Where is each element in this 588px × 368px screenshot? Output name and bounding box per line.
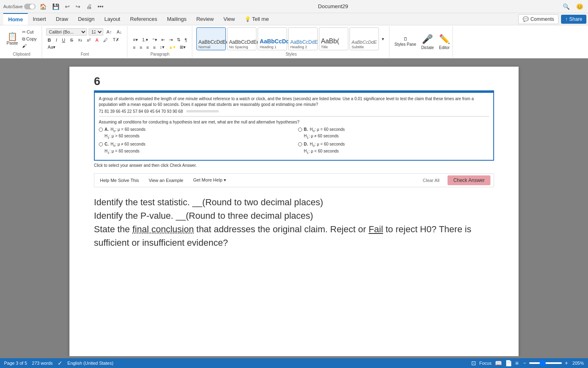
- bullets-button[interactable]: ≡▾: [131, 37, 140, 43]
- decrease-indent-button[interactable]: ⇤: [160, 37, 167, 43]
- radio-b[interactable]: [298, 128, 302, 132]
- option-b: B. H0: μ = 60 secondsH1: μ ≠ 60 seconds: [298, 127, 489, 140]
- tab-design[interactable]: Design: [73, 13, 99, 25]
- autosave-toggle[interactable]: [24, 4, 36, 9]
- font-label: Font: [81, 52, 89, 56]
- radio-a[interactable]: [99, 128, 103, 132]
- format-painter-button[interactable]: 🖌: [20, 43, 38, 49]
- align-left-button[interactable]: ≡: [131, 44, 137, 50]
- paste-button[interactable]: 📋 Paste: [5, 27, 20, 50]
- share-icon: ↑: [565, 16, 568, 22]
- tab-insert[interactable]: Insert: [28, 13, 51, 25]
- question-box: A group of students estimated the length…: [94, 90, 494, 161]
- help-me-button[interactable]: Help Me Solve This: [98, 176, 141, 184]
- increase-font-button[interactable]: A↑: [105, 29, 114, 35]
- strikethrough-button[interactable]: S: [69, 37, 75, 43]
- editor-button[interactable]: ✏️ Editor: [437, 30, 452, 53]
- numbering-button[interactable]: 1.▾: [140, 37, 150, 43]
- font-color-button[interactable]: A: [94, 37, 100, 43]
- scroll-bar[interactable]: [186, 110, 219, 112]
- data-row: 71 81 39 66 45 22 57 84 69 45 64 70 93 9…: [99, 109, 489, 114]
- radio-d[interactable]: [298, 142, 302, 146]
- view-example-button[interactable]: View an Example: [146, 176, 186, 184]
- dictate-button[interactable]: 🎤 Dictate: [419, 30, 436, 53]
- zoom-slider[interactable]: [529, 362, 562, 364]
- copy-button[interactable]: ⧉Copy: [20, 36, 38, 42]
- tab-review[interactable]: Review: [192, 13, 219, 25]
- share-button[interactable]: ↑ Share: [561, 15, 586, 24]
- show-para-button[interactable]: ¶: [183, 37, 189, 43]
- decrease-font-button[interactable]: A↓: [115, 29, 124, 35]
- tab-references[interactable]: References: [125, 13, 162, 25]
- justify-button[interactable]: ≡: [151, 44, 157, 50]
- line3: State the final conclusion that addresse…: [94, 222, 494, 249]
- tab-layout[interactable]: Layout: [99, 13, 125, 25]
- style-no-spacing[interactable]: AaBbCcDdEe No Spacing: [227, 27, 256, 50]
- subscript-button[interactable]: x₂: [76, 37, 84, 43]
- comment-icon: 💬: [523, 16, 529, 22]
- radio-c[interactable]: [99, 142, 103, 146]
- tab-home[interactable]: Home: [3, 13, 28, 25]
- italic-button[interactable]: I: [54, 37, 59, 43]
- proofing-icon[interactable]: ✓: [58, 360, 62, 366]
- tab-draw[interactable]: Draw: [51, 13, 73, 25]
- print-icon[interactable]: 🖨: [85, 2, 94, 11]
- status-left: Page 3 of 5 273 words ✓ English (United …: [4, 360, 114, 366]
- style-heading1[interactable]: AaBbCcDd Heading 1: [258, 27, 287, 50]
- print-layout-icon[interactable]: 📄: [505, 360, 512, 366]
- case-button[interactable]: Aa▾: [46, 44, 57, 50]
- home-icon[interactable]: 🏠: [38, 2, 48, 11]
- styles-more-button[interactable]: ▾: [380, 27, 386, 50]
- font-size-select[interactable]: 12: [89, 28, 103, 36]
- undo-icon[interactable]: ↩: [63, 2, 71, 11]
- zoom-in-icon[interactable]: ＋: [564, 359, 569, 367]
- styles-pane-button[interactable]: 🗒 Styles Pane: [392, 30, 419, 53]
- final-conclusion-link[interactable]: final conclusion: [132, 224, 194, 234]
- styles-group: AaBbCcDdEe Normal AaBbCcDdEe No Spacing …: [193, 26, 390, 57]
- option-d-text: D. H0: μ = 60 secondsH1: μ < 60 seconds: [304, 141, 345, 155]
- zoom-out-icon[interactable]: －: [522, 359, 528, 367]
- tab-tell-me[interactable]: 💡Tell me: [240, 13, 274, 25]
- title-bar: AutoSave 🏠 💾 ↩ ↪ 🖨 ••• Document29 🔍 😊: [0, 0, 588, 13]
- sort-button[interactable]: ⇅: [175, 37, 182, 43]
- painter-icon: 🖌: [22, 43, 27, 48]
- multilevel-button[interactable]: ⁼▾: [151, 37, 159, 43]
- style-title[interactable]: AaBb( Title: [319, 27, 348, 50]
- web-layout-icon[interactable]: ≡: [515, 360, 519, 366]
- style-normal[interactable]: AaBbCcDdEe Normal: [196, 27, 226, 50]
- increase-indent-button[interactable]: ⇥: [167, 37, 174, 43]
- comments-button[interactable]: 💬 Comments: [518, 14, 559, 24]
- more-icon[interactable]: •••: [96, 2, 105, 11]
- option-a: A. H0: μ = 60 secondsH1: μ > 60 seconds: [99, 127, 290, 140]
- font-family-select[interactable]: Calibri (Bo...: [46, 28, 87, 36]
- read-mode-icon[interactable]: 📖: [495, 360, 502, 366]
- tab-view[interactable]: View: [218, 13, 240, 25]
- line2: Identify the P-value. __(Round to three …: [94, 209, 494, 222]
- cut-button[interactable]: ✂Cut: [20, 29, 38, 35]
- style-heading2[interactable]: AaBbCcDdE Heading 2: [288, 27, 318, 50]
- align-right-button[interactable]: ≡: [145, 44, 150, 50]
- align-center-button[interactable]: ≡: [138, 44, 144, 50]
- redo-icon[interactable]: ↪: [74, 2, 82, 11]
- status-right: ⊡ Focus 📖 📄 ≡ － ＋ 205%: [471, 359, 584, 367]
- tab-mailings[interactable]: Mailings: [162, 13, 192, 25]
- fail-link[interactable]: Fail: [369, 224, 383, 234]
- save-icon[interactable]: 💾: [51, 2, 61, 11]
- user-icon[interactable]: 😊: [575, 2, 585, 11]
- search-icon[interactable]: 🔍: [561, 2, 571, 11]
- border-button[interactable]: ⊞▾: [178, 44, 187, 50]
- bold-button[interactable]: B: [46, 37, 53, 43]
- line-spacing-button[interactable]: ↕▾: [158, 44, 166, 50]
- focus-icon[interactable]: ⊡: [471, 360, 476, 366]
- get-more-help-button[interactable]: Get More Help ▾: [191, 176, 229, 184]
- clear-format-button[interactable]: T✗: [111, 37, 121, 43]
- style-subtitle[interactable]: AaBbCcDdE Subtitle: [350, 27, 379, 50]
- clear-all-button[interactable]: Clear All: [419, 176, 443, 184]
- shading-button[interactable]: ▲▾: [167, 44, 177, 50]
- check-answer-button[interactable]: Check Answer: [448, 175, 490, 185]
- superscript-button[interactable]: x²: [85, 37, 92, 43]
- action-bar: Help Me Solve This View an Example Get M…: [94, 173, 494, 187]
- underline-button[interactable]: U: [60, 37, 67, 43]
- highlight-button[interactable]: 🖊: [102, 37, 109, 43]
- zoom-level: 205%: [572, 361, 584, 366]
